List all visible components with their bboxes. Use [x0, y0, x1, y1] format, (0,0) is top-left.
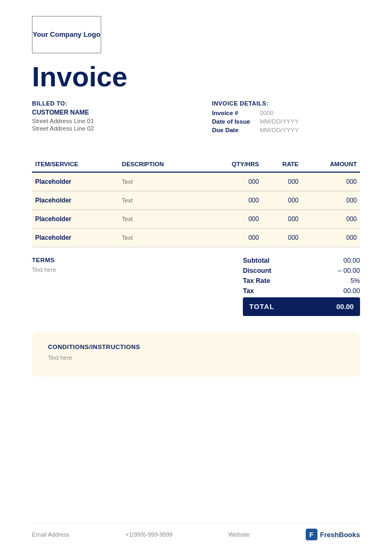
- billed-to-block: BILLED TO: CUSTOMER NAME Street Address …: [32, 100, 180, 135]
- invoice-number-row: Invoice # 0000: [212, 110, 360, 116]
- table-row: Placeholder Text 000 000 000: [32, 210, 360, 229]
- company-logo: Your Company Logo: [32, 16, 101, 53]
- row-rate: 000: [262, 210, 301, 229]
- invoice-title: Invoice: [32, 63, 360, 91]
- total-label: TOTAL: [249, 303, 274, 311]
- totals-block: Subtotal 00.00 Discount – 00.00 Tax Rate…: [243, 257, 360, 316]
- tax-value: 00.00: [344, 287, 360, 295]
- due-date-row: Due Date MM/DD/YYYY: [212, 127, 360, 133]
- billed-to-label: BILLED TO:: [32, 100, 180, 107]
- bottom-section: TERMS Text here Subtotal 00.00 Discount …: [32, 257, 360, 316]
- row-rate: 000: [262, 229, 301, 247]
- due-date-key: Due Date: [212, 127, 260, 133]
- col-amount: AMOUNT: [302, 157, 360, 172]
- footer-website: Website: [228, 531, 250, 538]
- invoice-details-block: INVOICE DETAILS: Invoice # 0000 Date of …: [180, 100, 360, 135]
- row-amount: 000: [302, 210, 360, 229]
- total-value: 00.00: [336, 303, 354, 311]
- row-rate: 000: [262, 191, 301, 210]
- freshbooks-icon: F: [306, 529, 317, 540]
- row-qty: 000: [203, 229, 263, 247]
- terms-title: TERMS: [32, 257, 232, 263]
- subtotal-row: Subtotal 00.00: [243, 257, 360, 264]
- date-issue-val: MM/DD/YYYY: [260, 118, 299, 125]
- footer: Email Address +1(999)-999-9999 Website F…: [32, 523, 360, 540]
- row-desc: Text: [119, 191, 203, 210]
- conditions-box: CONDITIONS/INSTRUCTIONS Text here: [32, 332, 360, 377]
- row-desc: Text: [119, 172, 203, 191]
- row-qty: 000: [203, 172, 263, 191]
- discount-label: Discount: [243, 267, 282, 274]
- discount-row: Discount – 00.00: [243, 267, 360, 274]
- date-issue-key: Date of Issue: [212, 118, 260, 125]
- row-item: Placeholder: [32, 210, 119, 229]
- subtotal-value: 00.00: [344, 257, 360, 264]
- invoice-number-val: 0000: [260, 110, 274, 116]
- tax-rate-value: 5%: [350, 277, 360, 285]
- row-item: Placeholder: [32, 172, 119, 191]
- tax-label: Tax: [243, 287, 265, 295]
- table-row: Placeholder Text 000 000 000: [32, 172, 360, 191]
- terms-text: Text here: [32, 266, 232, 273]
- table-row: Placeholder Text 000 000 000: [32, 229, 360, 247]
- footer-email: Email Address: [32, 531, 69, 538]
- row-amount: 000: [302, 172, 360, 191]
- conditions-title: CONDITIONS/INSTRUCTIONS: [48, 344, 344, 350]
- customer-name: CUSTOMER NAME: [32, 109, 180, 116]
- subtotal-label: Subtotal: [243, 257, 280, 264]
- row-qty: 000: [203, 210, 263, 229]
- row-item: Placeholder: [32, 229, 119, 247]
- row-amount: 000: [302, 229, 360, 247]
- col-rate: RATE: [262, 157, 301, 172]
- invoice-details-label: INVOICE DETAILS:: [212, 100, 360, 107]
- address-line-1: Street Address Line 01: [32, 118, 180, 124]
- col-desc: DESCRIPTION: [119, 157, 203, 172]
- footer-phone: +1(999)-999-9999: [126, 531, 173, 538]
- tax-rate-row: Tax Rate 5%: [243, 277, 360, 285]
- row-amount: 000: [302, 191, 360, 210]
- col-qty: QTY/HRS: [203, 157, 263, 172]
- tax-rate-label: Tax Rate: [243, 277, 281, 285]
- row-qty: 000: [203, 191, 263, 210]
- invoice-number-key: Invoice #: [212, 110, 260, 116]
- invoice-page: Your Company Logo Invoice BILLED TO: CUS…: [0, 0, 392, 551]
- row-desc: Text: [119, 210, 203, 229]
- due-date-val: MM/DD/YYYY: [260, 127, 299, 133]
- items-table: ITEM/SERVICE DESCRIPTION QTY/HRS RATE AM…: [32, 157, 360, 247]
- total-row: TOTAL 00.00: [243, 297, 360, 316]
- row-desc: Text: [119, 229, 203, 247]
- address-line-2: Street Address Line 02: [32, 125, 180, 132]
- terms-block: TERMS Text here: [32, 257, 243, 273]
- billing-section: BILLED TO: CUSTOMER NAME Street Address …: [32, 100, 360, 135]
- col-item: ITEM/SERVICE: [32, 157, 119, 172]
- conditions-text: Text here: [48, 354, 344, 361]
- freshbooks-brand: F FreshBooks: [306, 529, 360, 540]
- row-rate: 000: [262, 172, 301, 191]
- table-row: Placeholder Text 000 000 000: [32, 191, 360, 210]
- freshbooks-name: FreshBooks: [320, 531, 360, 539]
- tax-row: Tax 00.00: [243, 287, 360, 295]
- row-item: Placeholder: [32, 191, 119, 210]
- discount-value: – 00.00: [338, 267, 360, 274]
- date-issue-row: Date of Issue MM/DD/YYYY: [212, 118, 360, 125]
